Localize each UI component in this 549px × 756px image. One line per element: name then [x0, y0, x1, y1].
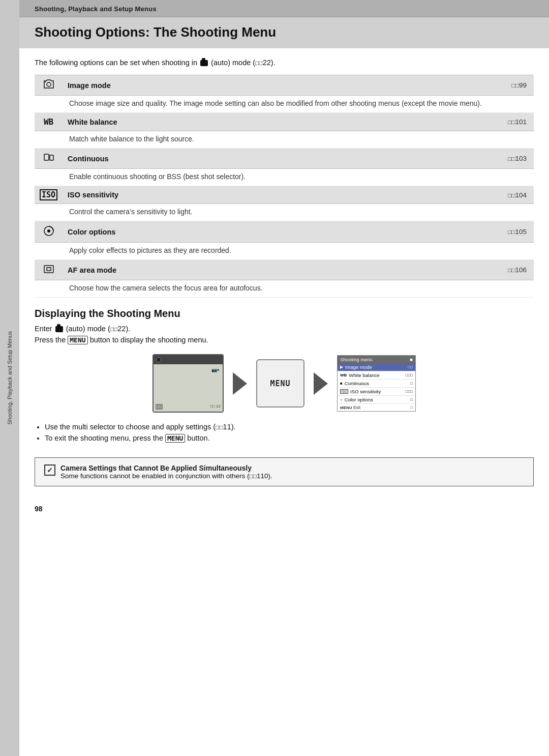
- af-icon: [43, 264, 54, 274]
- table-row: Enable continuous shooting or BSS (best …: [35, 169, 534, 186]
- continuous-icon-cell: [35, 149, 63, 169]
- arrow-icon-1: [233, 372, 247, 395]
- page-number-area: 98: [19, 502, 549, 516]
- sm-label-4: ISO sensitivity: [350, 389, 405, 394]
- iso-ref: □□104: [368, 186, 534, 204]
- table-row: Match white balance to the light source.: [35, 131, 534, 149]
- intro-text-middle: (auto) mode (: [211, 59, 255, 67]
- note-check-icon: ✓: [44, 464, 55, 476]
- camera-screen-icons: 📷●: [211, 367, 220, 372]
- camera-screen-top: [154, 355, 223, 364]
- sm-row-1: ▶ Image mode □□: [338, 363, 415, 371]
- iso-icon: ISO: [40, 189, 57, 200]
- content-area: The following options can be set when sh…: [19, 48, 549, 502]
- table-row: Continuous □□103: [35, 149, 534, 169]
- menu-kbd-bullet: MENU: [165, 434, 185, 443]
- table-row: Control the camera’s sensitivity to ligh…: [35, 204, 534, 221]
- sm-icon-3: ■: [340, 381, 343, 386]
- displaying-line2: Press the MENU button to display the sho…: [35, 336, 534, 344]
- intro-page-ref: 22: [263, 59, 271, 67]
- camera-icon-2: [55, 326, 63, 332]
- af-icon-cell: [35, 260, 63, 280]
- continuous-label: Continuous: [63, 149, 368, 169]
- af-desc: Choose how the camera selects the focus …: [35, 280, 534, 298]
- diagrams-area: 📷● □□ □□ 12 MENU Shooting menu: [35, 354, 534, 413]
- sm-label-1: Image mode: [345, 364, 408, 370]
- page-title: Shooting Options: The Shooting Menu: [35, 24, 534, 40]
- sm-row-2: WB White balance □□□: [338, 371, 415, 380]
- svg-rect-6: [47, 268, 51, 271]
- iso-desc: Control the camera’s sensitivity to ligh…: [35, 204, 534, 221]
- table-row: Choose how the camera selects the focus …: [35, 280, 534, 298]
- sm-icon-2: WB: [340, 373, 347, 377]
- svg-rect-2: [50, 155, 53, 160]
- sm-footer: MENU Exit □: [338, 404, 415, 411]
- sm-val-2: □□□: [406, 373, 413, 377]
- table-row: Apply color effects to pictures as they …: [35, 243, 534, 260]
- white-balance-label: White balance: [63, 113, 368, 131]
- camera-screen-body: 📷● □□ □□ 12: [154, 364, 223, 412]
- displaying-line1: Enter (auto) mode (□□22).: [35, 325, 534, 333]
- svg-point-4: [47, 229, 50, 232]
- white-balance-desc: Match white balance to the light source.: [35, 131, 534, 149]
- table-row: Choose image size and quality. The image…: [35, 96, 534, 113]
- menu-table: Image mode □□99 Choose image size and qu…: [35, 75, 534, 298]
- sm-icon-5: ○: [340, 397, 343, 402]
- intro-paragraph: The following options can be set when sh…: [35, 59, 534, 67]
- main-content: Shooting, Playback and Setup Menus Shoot…: [19, 0, 549, 756]
- sm-label-5: Color options: [345, 397, 410, 402]
- camera-icon: [200, 60, 208, 66]
- image-mode-label: Image mode: [63, 75, 368, 96]
- displaying-heading: Displaying the Shooting Menu: [35, 308, 534, 319]
- sm-icon-1: ▶: [340, 365, 343, 369]
- camera-screen-1: 📷● □□ □□ 12: [152, 354, 224, 413]
- intro-book-icon: □□: [255, 60, 263, 67]
- menu-button-diagram: MENU: [256, 359, 304, 408]
- intro-text-suffix: ).: [271, 59, 276, 67]
- sm-val-5: □: [410, 397, 413, 402]
- continuous-icon: [43, 153, 54, 163]
- svg-rect-1: [44, 154, 49, 160]
- sm-label-3: Continuous: [345, 381, 410, 386]
- sidebar-text: Shooting, Playback and Setup Menus: [7, 331, 13, 424]
- image-mode-desc: Choose image size and quality. The image…: [35, 96, 534, 113]
- header-band-title: Shooting, Playback and Setup Menus: [35, 5, 157, 13]
- page-title-area: Shooting Options: The Shooting Menu: [19, 17, 549, 48]
- af-label: AF area mode: [63, 260, 368, 280]
- note-text: Some functions cannot be enabled in conj…: [60, 472, 272, 480]
- sm-row-3: ■ Continuous □: [338, 380, 415, 388]
- continuous-desc: Enable continuous shooting or BSS (best …: [35, 169, 534, 186]
- menu-kbd-label: MENU: [68, 336, 87, 344]
- image-mode-icon: [43, 79, 54, 90]
- white-balance-ref: □□101: [368, 113, 534, 131]
- camera-screen-bottom: □□ □□ 12: [156, 404, 221, 410]
- list-item-2: To exit the shooting menu, press the MEN…: [45, 434, 534, 442]
- sm-val-4: □□□: [406, 389, 413, 394]
- color-options-icon: [43, 225, 54, 237]
- sm-label-2: White balance: [349, 372, 405, 378]
- list-item-1: Use the multi selector to choose and app…: [45, 423, 534, 431]
- shooting-menu-diagram: Shooting menu ■ ▶ Image mode □□ WB White…: [337, 355, 416, 412]
- table-row: Image mode □□99: [35, 75, 534, 96]
- camera-lens: [156, 357, 161, 362]
- white-balance-icon-cell: WB: [35, 113, 63, 131]
- note-title: Camera Settings that Cannot Be Applied S…: [60, 464, 272, 472]
- white-balance-icon: WB: [44, 117, 53, 127]
- image-mode-ref: □□99: [368, 75, 534, 96]
- color-options-label: Color options: [63, 221, 368, 243]
- table-row: WB White balance □□101: [35, 113, 534, 131]
- af-ref: □□106: [368, 260, 534, 280]
- table-row: AF area mode □□106: [35, 260, 534, 280]
- svg-point-0: [47, 82, 51, 86]
- continuous-ref: □□103: [368, 149, 534, 169]
- sm-val-3: □: [410, 381, 413, 386]
- sm-row-4: ISO ISO sensitivity □□□: [338, 388, 415, 396]
- image-mode-icon-cell: [35, 75, 63, 96]
- note-box: ✓ Camera Settings that Cannot Be Applied…: [35, 457, 534, 486]
- color-options-ref: □□105: [368, 221, 534, 243]
- bullet-list: Use the multi selector to choose and app…: [45, 423, 534, 442]
- iso-icon-cell: ISO: [35, 186, 63, 204]
- note-content: Camera Settings that Cannot Be Applied S…: [60, 464, 272, 480]
- arrow-icon-2: [314, 372, 328, 395]
- header-band: Shooting, Playback and Setup Menus: [19, 0, 549, 17]
